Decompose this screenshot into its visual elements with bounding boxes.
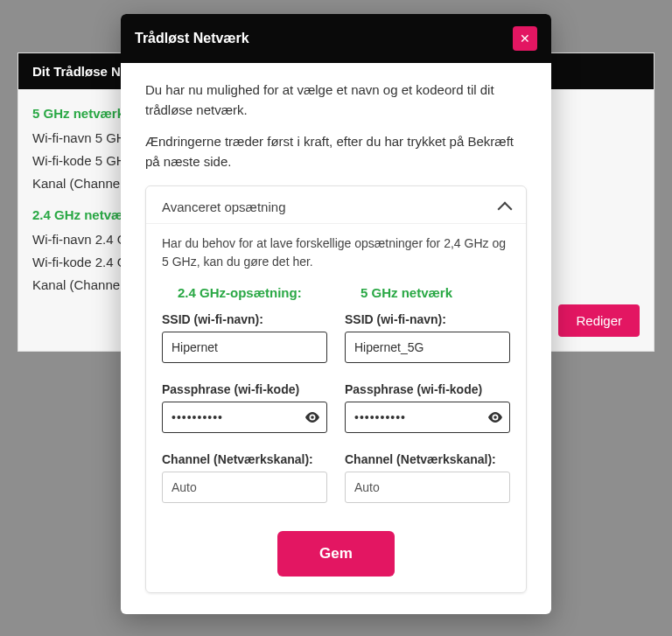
modal-header: Trådløst Netværk ✕: [121, 14, 551, 63]
eye-icon[interactable]: [304, 412, 320, 423]
channel-label: Channel (Netværkskanal):: [162, 452, 327, 466]
save-button[interactable]: Gem: [277, 531, 395, 577]
intro-text-2: Ændringerne træder først i kraft, efter …: [145, 132, 527, 171]
svg-point-1: [494, 416, 497, 419]
passphrase-label: Passphrase (wi-fi-kode): [345, 382, 510, 396]
ssid-5-group: SSID (wi-fi-navn):: [345, 309, 510, 379]
svg-point-0: [311, 416, 314, 419]
accordion-body: Har du behov for at lave forskellige ops…: [146, 224, 526, 592]
col-5ghz-title: 5 GHz netværk: [345, 285, 510, 300]
channel-5-select[interactable]: Auto: [345, 472, 510, 503]
ssid-5-input[interactable]: [345, 332, 510, 363]
form-grid: 2.4 GHz-opsætning: 5 GHz netværk SSID (w…: [162, 285, 510, 510]
edit-button[interactable]: Rediger: [558, 304, 640, 337]
channel-5-group: Channel (Netværkskanal): Auto: [345, 449, 510, 510]
modal-body: Du har nu mulighed for at vælge et navn …: [121, 63, 551, 614]
close-icon: ✕: [520, 31, 530, 45]
ssid-24-input[interactable]: [162, 332, 327, 363]
passphrase-5-input[interactable]: [345, 402, 510, 433]
accordion-toggle[interactable]: Avanceret opsætning: [146, 186, 526, 224]
ssid-label: SSID (wi-fi-navn):: [162, 312, 327, 326]
passphrase-label: Passphrase (wi-fi-kode): [162, 382, 327, 396]
wireless-network-modal: Trådløst Netværk ✕ Du har nu mulighed fo…: [121, 14, 551, 614]
modal-title: Trådløst Netværk: [135, 31, 249, 46]
channel-24-select[interactable]: Auto: [162, 472, 327, 503]
ssid-label: SSID (wi-fi-navn):: [345, 312, 510, 326]
close-button[interactable]: ✕: [513, 26, 537, 51]
accordion-title: Avanceret opsætning: [162, 199, 285, 214]
pass-5-group: Passphrase (wi-fi-kode): [345, 379, 510, 449]
advanced-setup-accordion: Avanceret opsætning Har du behov for at …: [145, 185, 527, 593]
channel-label: Channel (Netværkskanal):: [345, 452, 510, 466]
intro-text-1: Du har nu mulighed for at vælge et navn …: [145, 80, 527, 120]
eye-icon[interactable]: [487, 412, 503, 423]
accordion-help-text: Har du behov for at lave forskellige ops…: [162, 234, 510, 271]
chevron-up-icon: [498, 202, 513, 217]
modal-intro: Du har nu mulighed for at vælge et navn …: [145, 80, 527, 171]
channel-24-group: Channel (Netværkskanal): Auto: [162, 449, 327, 510]
col-24ghz-title: 2.4 GHz-opsætning:: [162, 285, 327, 300]
ssid-24-group: SSID (wi-fi-navn):: [162, 309, 327, 379]
pass-24-group: Passphrase (wi-fi-kode): [162, 379, 327, 449]
passphrase-24-input[interactable]: [162, 402, 327, 433]
